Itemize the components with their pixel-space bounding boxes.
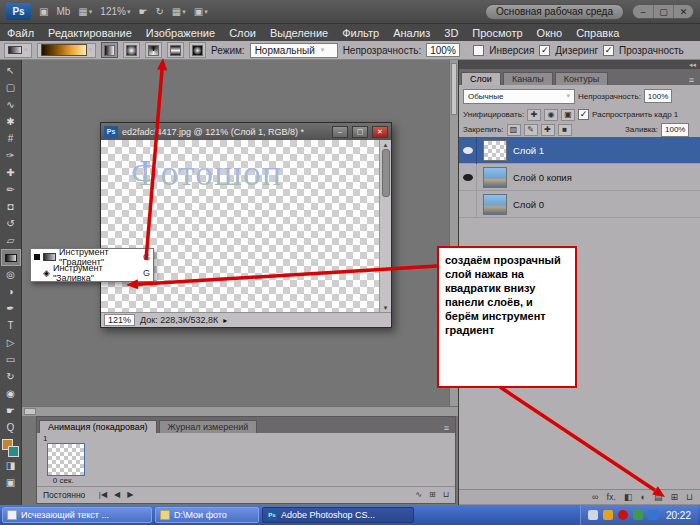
dodge-tool[interactable]: ◑ bbox=[1, 283, 21, 300]
delete-layer-icon[interactable]: ⊔ bbox=[686, 493, 693, 502]
opacity-input[interactable]: 100% bbox=[426, 43, 460, 57]
layer-mask-icon[interactable]: ◧ bbox=[624, 493, 633, 502]
healing-brush-tool[interactable]: ✚ bbox=[1, 164, 21, 181]
lock-pixels-icon[interactable]: ✎ bbox=[524, 124, 538, 136]
menu-3d[interactable]: 3D bbox=[437, 24, 465, 41]
adjustment-layer-icon[interactable]: ◐ bbox=[640, 493, 645, 502]
view-extras-icon[interactable]: ▦▾ bbox=[78, 6, 92, 17]
blur-tool[interactable]: ◎ bbox=[1, 266, 21, 283]
screen-mode-button[interactable]: ▣ bbox=[1, 474, 21, 491]
layer-row-1[interactable]: Слой 1 bbox=[459, 137, 700, 164]
layer-group-icon[interactable]: ▤ bbox=[654, 493, 663, 502]
document-close-button[interactable]: ✕ bbox=[372, 126, 388, 138]
propagate-checkbox[interactable]: ✓ bbox=[578, 109, 589, 120]
color-swatches[interactable] bbox=[2, 439, 19, 457]
panel-menu-icon[interactable]: ≡ bbox=[440, 423, 453, 433]
visibility-toggle[interactable] bbox=[459, 164, 477, 191]
bridge-icon[interactable]: ▣ bbox=[39, 6, 48, 17]
close-button[interactable]: ✕ bbox=[673, 5, 693, 18]
scroll-up-icon[interactable]: ▲ bbox=[383, 140, 389, 149]
taskbar-item-folder[interactable]: D:\Мои фото bbox=[155, 507, 259, 523]
tray-icon-1[interactable] bbox=[588, 510, 598, 520]
duplicate-frame-icon[interactable]: ⊞ bbox=[429, 490, 436, 499]
tray-icon-3[interactable] bbox=[618, 510, 628, 520]
animation-frame-1[interactable]: 1 0 сек. ▾ bbox=[43, 434, 89, 485]
scroll-thumb[interactable] bbox=[382, 149, 390, 197]
frame-delay[interactable]: 0 сек. ▾ bbox=[43, 476, 89, 485]
document-maximize-button[interactable]: ▢ bbox=[352, 126, 368, 138]
document-canvas[interactable]: Фотошоп bbox=[101, 140, 379, 312]
workspace-hscrollbar[interactable] bbox=[22, 406, 458, 416]
tray-icon-2[interactable] bbox=[603, 510, 613, 520]
delete-frame-icon[interactable]: ⊔ bbox=[443, 490, 449, 499]
quick-selection-tool[interactable]: ✱ bbox=[1, 113, 21, 130]
new-layer-icon[interactable]: ⊞ bbox=[670, 493, 678, 502]
blend-mode-select[interactable]: Нормальный ▾ bbox=[250, 43, 338, 58]
document-titlebar[interactable]: Ps ed2fadcf4417.jpg @ 121% (Слой 1, RGB/… bbox=[101, 123, 391, 140]
eraser-tool[interactable]: ▱ bbox=[1, 232, 21, 249]
3d-rotate-tool[interactable]: ↻ bbox=[1, 368, 21, 385]
arrange-documents-icon[interactable]: ▦▾ bbox=[172, 6, 186, 17]
status-options-icon[interactable]: ▸ bbox=[223, 316, 227, 325]
eyedropper-tool[interactable]: ✑ bbox=[1, 147, 21, 164]
background-color-swatch[interactable] bbox=[8, 446, 19, 457]
layer-thumbnail[interactable] bbox=[483, 140, 507, 161]
transparency-checkbox[interactable]: ✓ bbox=[603, 45, 614, 56]
crop-tool[interactable]: # bbox=[1, 130, 21, 147]
fill-input[interactable]: 100% bbox=[661, 123, 689, 137]
hand-tool-icon[interactable]: ☛ bbox=[138, 6, 147, 17]
play-button[interactable]: ▶ bbox=[127, 490, 133, 499]
3d-orbit-tool[interactable]: ◉ bbox=[1, 385, 21, 402]
chevron-down-icon[interactable]: ▾ bbox=[465, 46, 469, 54]
lock-all-icon[interactable]: ■ bbox=[558, 124, 572, 136]
rotate-view-icon[interactable]: ↻ bbox=[155, 6, 163, 17]
link-layers-icon[interactable]: ∞ bbox=[592, 493, 598, 502]
menu-file[interactable]: Файл bbox=[0, 24, 41, 41]
clone-stamp-tool[interactable]: ◘ bbox=[1, 198, 21, 215]
shape-tool[interactable]: ▭ bbox=[1, 351, 21, 368]
invert-checkbox[interactable] bbox=[473, 45, 484, 56]
zoom-tool[interactable]: Q bbox=[1, 419, 21, 436]
hand-tool[interactable]: ☛ bbox=[1, 402, 21, 419]
menu-filter[interactable]: Фильтр bbox=[335, 24, 386, 41]
reflected-gradient-button[interactable] bbox=[167, 42, 184, 58]
document-zoom-input[interactable]: 121% bbox=[104, 314, 135, 326]
linear-gradient-button[interactable] bbox=[101, 42, 118, 58]
layer-thumbnail[interactable] bbox=[483, 194, 507, 215]
tray-icon-4[interactable] bbox=[633, 510, 643, 520]
document-minimize-button[interactable]: – bbox=[332, 126, 348, 138]
maximize-button[interactable]: ▢ bbox=[653, 5, 673, 18]
layer-name[interactable]: Слой 1 bbox=[513, 145, 544, 156]
minimize-button[interactable]: – bbox=[633, 5, 653, 18]
tab-layers[interactable]: Слои bbox=[461, 72, 501, 85]
tool-preset-picker[interactable]: ▾ bbox=[4, 43, 32, 58]
taskbar-item-text-doc[interactable]: Исчезающий текст ... bbox=[2, 507, 152, 523]
scroll-thumb[interactable] bbox=[24, 408, 36, 415]
history-brush-tool[interactable]: ↺ bbox=[1, 215, 21, 232]
mini-bridge-icon[interactable]: Mb bbox=[56, 6, 70, 17]
menu-edit[interactable]: Редактирование bbox=[41, 24, 139, 41]
angle-gradient-button[interactable] bbox=[145, 42, 162, 58]
lasso-tool[interactable]: ∿ bbox=[1, 96, 21, 113]
scroll-down-icon[interactable]: ▼ bbox=[383, 303, 389, 312]
pen-tool[interactable]: ✒ bbox=[1, 300, 21, 317]
tab-paths[interactable]: Контуры bbox=[555, 72, 608, 85]
layer-row-2[interactable]: Слой 0 копия bbox=[459, 164, 700, 191]
diamond-gradient-button[interactable] bbox=[189, 42, 206, 58]
previous-frame-button[interactable]: ◀ bbox=[114, 490, 120, 499]
menu-layers[interactable]: Слои bbox=[222, 24, 263, 41]
tab-channels[interactable]: Каналы bbox=[503, 72, 553, 85]
collapse-dock-icon[interactable]: ◂◂ bbox=[689, 61, 696, 68]
taskbar-item-photoshop[interactable]: Ps Adobe Photoshop CS... bbox=[262, 507, 414, 523]
brush-tool[interactable]: ✏ bbox=[1, 181, 21, 198]
layer-opacity-input[interactable]: 100% bbox=[644, 89, 672, 103]
layer-name[interactable]: Слой 0 bbox=[513, 199, 544, 210]
quick-mask-button[interactable]: ◨ bbox=[1, 457, 21, 474]
lock-position-icon[interactable]: ✚ bbox=[541, 124, 555, 136]
flyout-item-bucket[interactable]: ◈ Инструмент "Заливка" G bbox=[31, 265, 153, 281]
screen-mode-icon[interactable]: ▣▾ bbox=[194, 6, 208, 17]
menu-analysis[interactable]: Анализ bbox=[386, 24, 437, 41]
path-selection-tool[interactable]: ▷ bbox=[1, 334, 21, 351]
radial-gradient-button[interactable] bbox=[123, 42, 140, 58]
visibility-toggle[interactable] bbox=[459, 137, 477, 164]
